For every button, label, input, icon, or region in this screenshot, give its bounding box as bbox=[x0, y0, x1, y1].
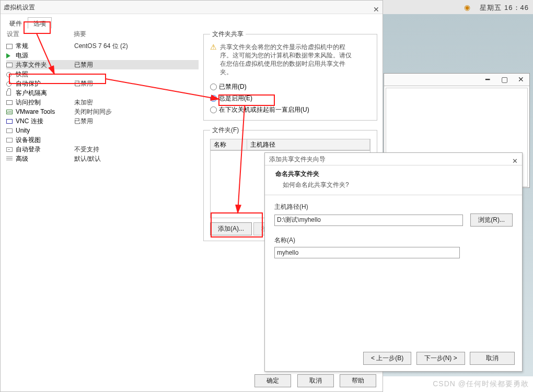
settings-row[interactable]: 访问控制未加密 bbox=[6, 98, 199, 107]
settings-list-panel: 设置 摘要 常规CentOS 7 64 位 (2)电源共享文件夹已禁用快照自动保… bbox=[6, 30, 199, 371]
share-hint: 共享文件夹会将您的文件显示给虚拟机中的程序。这可能为您的计算机和数据带来风险。请… bbox=[220, 43, 356, 76]
clock: 星期五 16：46 bbox=[480, 3, 529, 13]
settings-row[interactable]: 快照 bbox=[6, 69, 199, 79]
row-label: 自动登录 bbox=[16, 145, 41, 154]
vnc-icon bbox=[6, 119, 13, 124]
circle-icon bbox=[6, 72, 11, 77]
settings-row[interactable]: 共享文件夹已禁用 bbox=[6, 60, 199, 69]
share-name-label: 名称(A) bbox=[274, 236, 513, 245]
folders-col-host: 主机路径 bbox=[247, 139, 370, 150]
next-button[interactable]: 下一步(N) > bbox=[416, 352, 465, 365]
row-label: 常规 bbox=[16, 42, 28, 51]
row-label: Unity bbox=[16, 127, 30, 134]
row-label: 共享文件夹 bbox=[16, 61, 47, 69]
bg-close-icon[interactable]: ✕ bbox=[513, 74, 529, 85]
bg-max-icon[interactable]: ▢ bbox=[496, 74, 513, 85]
folders-legend: 文件夹(F) bbox=[210, 126, 241, 135]
wizard-heading: 命名共享文件夹 bbox=[275, 170, 515, 179]
row-label: 设备视图 bbox=[16, 136, 41, 145]
settings-row[interactable]: 电源 bbox=[6, 51, 199, 60]
status-icon: ◉ bbox=[464, 3, 470, 11]
bg-min-icon[interactable]: ━ bbox=[479, 74, 496, 85]
row-label: 高级 bbox=[16, 155, 28, 163]
host-path-label: 主机路径(H) bbox=[274, 203, 513, 211]
wizard-subheading: 如何命名此共享文件夹? bbox=[275, 181, 515, 189]
radio-until[interactable]: 在下次关机或挂起前一直启用(U) bbox=[210, 104, 370, 115]
folder-icon bbox=[6, 63, 13, 67]
dialog-title: 虚拟机设置 bbox=[4, 4, 35, 11]
wizard-title: 添加共享文件夹向导 bbox=[269, 156, 326, 163]
close-icon[interactable]: ✕ bbox=[373, 3, 379, 16]
radio-disabled[interactable]: 已禁用(D) bbox=[210, 81, 370, 92]
folder-icon bbox=[6, 100, 13, 105]
unity-icon bbox=[6, 128, 13, 133]
back-button[interactable]: < 上一步(B) bbox=[363, 352, 411, 365]
settings-row[interactable]: vmVMware Tools关闭时间同步 bbox=[6, 107, 199, 116]
settings-row[interactable]: 设备视图 bbox=[6, 135, 199, 145]
cancel-button[interactable]: 取消 bbox=[297, 374, 334, 387]
unity-icon bbox=[6, 138, 13, 142]
settings-row[interactable]: 常规CentOS 7 64 位 (2) bbox=[6, 41, 199, 51]
row-label: 电源 bbox=[16, 51, 28, 60]
vm-icon: vm bbox=[6, 110, 13, 114]
settings-row[interactable]: 自动登录不受支持 bbox=[6, 145, 199, 154]
row-label: 自动保护 bbox=[16, 79, 41, 88]
radio-until-label: 在下次关机或挂起前一直启用(U) bbox=[219, 105, 309, 114]
add-shared-folder-wizard: 添加共享文件夹向导 ✕ 命名共享文件夹 如何命名此共享文件夹? 主机路径(H) … bbox=[264, 152, 523, 372]
row-summary: 已禁用 bbox=[74, 79, 199, 88]
row-summary: 默认/默认 bbox=[74, 155, 199, 163]
row-summary: 未加密 bbox=[74, 98, 199, 107]
play-icon bbox=[6, 53, 10, 58]
login-icon bbox=[6, 147, 13, 152]
col-setting: 设置 bbox=[6, 30, 74, 39]
row-label: VNC 连接 bbox=[16, 117, 43, 126]
warning-icon: ⚠ bbox=[210, 43, 217, 76]
row-summary: 关闭时间同步 bbox=[74, 108, 199, 116]
browse-button[interactable]: 浏览(R)... bbox=[470, 213, 513, 227]
row-label: 客户机隔离 bbox=[16, 89, 47, 98]
wizard-cancel-button[interactable]: 取消 bbox=[470, 352, 515, 365]
bars-icon bbox=[6, 157, 13, 161]
dialog-titlebar: 虚拟机设置 ✕ bbox=[1, 1, 383, 14]
col-summary: 摘要 bbox=[74, 30, 199, 39]
row-summary: 已禁用 bbox=[74, 117, 199, 126]
tab-hardware[interactable]: 硬件 bbox=[4, 17, 28, 29]
row-label: 访问控制 bbox=[16, 98, 41, 107]
share-name-input[interactable] bbox=[274, 247, 460, 258]
row-label: VMware Tools bbox=[16, 108, 55, 115]
add-folder-button[interactable]: 添加(A)... bbox=[210, 222, 252, 235]
row-summary: CentOS 7 64 位 (2) bbox=[74, 42, 199, 51]
circle-icon bbox=[6, 81, 11, 87]
folders-col-name: 名称 bbox=[211, 139, 247, 150]
settings-row[interactable]: Unity bbox=[6, 126, 199, 135]
lock-icon bbox=[6, 91, 11, 96]
settings-row[interactable]: VNC 连接已禁用 bbox=[6, 116, 199, 126]
radio-disabled-label: 已禁用(D) bbox=[219, 82, 247, 91]
row-summary: 已禁用 bbox=[74, 61, 199, 69]
share-fieldset: 文件夹共享 ⚠ 共享文件夹会将您的文件显示给虚拟机中的程序。这可能为您的计算机和… bbox=[203, 30, 377, 121]
settings-row[interactable]: 客户机隔离 bbox=[6, 88, 199, 98]
watermark: CSDN @任何时候都要勇敢 bbox=[433, 379, 529, 389]
row-summary: 不受支持 bbox=[74, 145, 199, 154]
square-icon bbox=[6, 44, 13, 49]
help-button[interactable]: 帮助 bbox=[340, 374, 376, 387]
ok-button[interactable]: 确定 bbox=[254, 374, 291, 387]
settings-row[interactable]: 自动保护已禁用 bbox=[6, 79, 199, 88]
radio-always[interactable]: 总是启用(E) bbox=[210, 93, 370, 103]
settings-row[interactable]: 高级默认/默认 bbox=[6, 154, 199, 163]
share-legend: 文件夹共享 bbox=[210, 30, 246, 39]
host-path-input[interactable] bbox=[274, 215, 463, 226]
radio-always-label: 总是启用(E) bbox=[219, 94, 252, 103]
wizard-close-icon[interactable]: ✕ bbox=[512, 155, 518, 168]
tab-options[interactable]: 选项 bbox=[28, 17, 52, 29]
tab-bar: 硬件 选项 bbox=[1, 14, 383, 27]
row-label: 快照 bbox=[16, 70, 28, 79]
dialog-footer: 确定 取消 帮助 bbox=[250, 374, 376, 387]
